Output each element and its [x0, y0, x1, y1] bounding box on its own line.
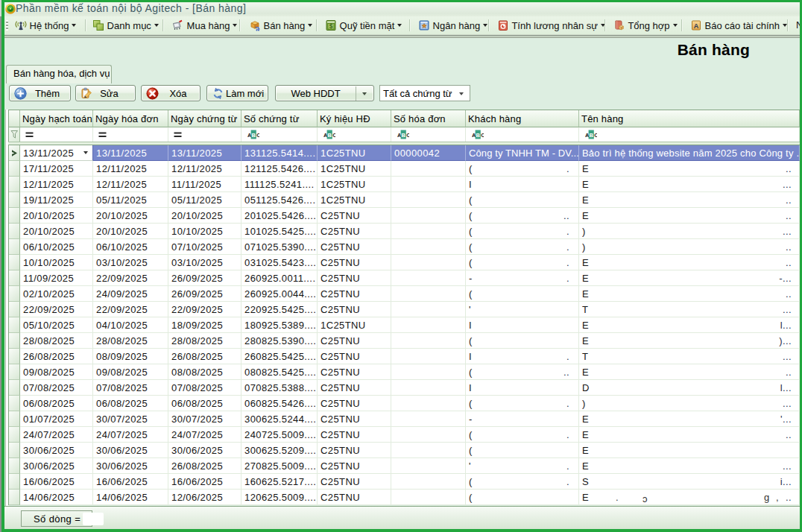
svg-text:A: A	[694, 22, 699, 30]
svg-text:B: B	[327, 132, 332, 139]
svg-text:C: C	[406, 132, 409, 139]
svg-text:C: C	[481, 132, 484, 139]
svg-text:C: C	[594, 132, 597, 139]
svg-text:$: $	[329, 22, 333, 30]
svg-text:C: C	[256, 132, 259, 139]
svg-text:B: B	[589, 132, 593, 139]
svg-text:B: B	[476, 132, 480, 139]
svg-text:B: B	[251, 132, 256, 139]
svg-text:C: C	[332, 132, 335, 139]
svg-text:B: B	[401, 132, 405, 139]
